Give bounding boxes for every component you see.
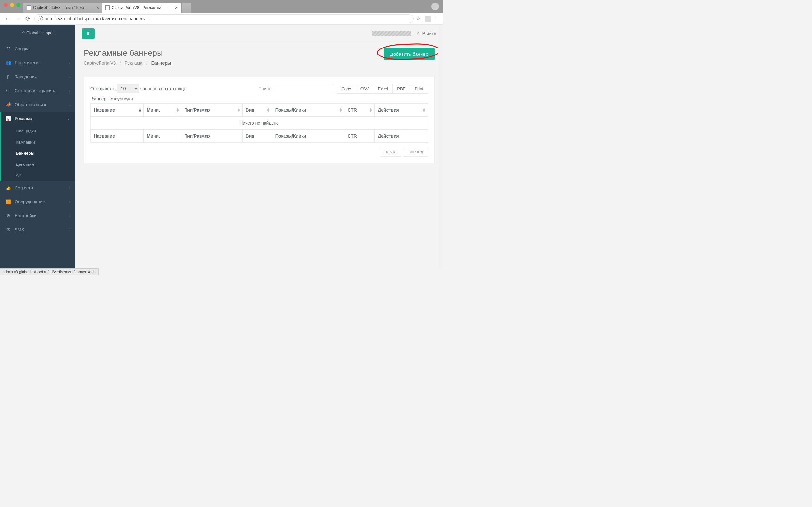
bookmark-icon[interactable]: ☆ xyxy=(416,15,420,21)
sidebar-item[interactable]: ⚙ Настройки ‹ xyxy=(0,209,75,223)
nav-icon: ⚙ xyxy=(6,213,11,218)
column-header[interactable]: CTR▴▾ xyxy=(344,104,374,117)
search-input[interactable] xyxy=(274,84,334,94)
close-icon[interactable]: × xyxy=(96,5,99,10)
logout-link[interactable]: ⎋ Выйти xyxy=(417,31,437,36)
empty-note: ,баннеры отсуствуют xyxy=(90,96,428,101)
sidebar-item[interactable]: 📣 Обратная связь ‹ xyxy=(0,98,75,112)
window-controls xyxy=(4,3,20,7)
length-pre: Отображать xyxy=(90,86,115,91)
back-button[interactable]: ← xyxy=(4,15,11,22)
column-header[interactable]: Мини.▴▾ xyxy=(143,104,181,117)
length-post: баннеров на странице xyxy=(140,86,186,91)
nav-icon: ▯ xyxy=(6,74,11,79)
browser-status-bar: admin.v8.global-hotspot.ru/ad/vertisemen… xyxy=(0,268,99,275)
sidebar-item[interactable]: 📶 Оборудование ‹ xyxy=(0,195,75,209)
browser-tab[interactable]: CaptivePortalV8 - Тема "Тема × xyxy=(23,3,102,13)
profile-avatar-icon[interactable] xyxy=(432,3,439,10)
sidebar-item-label: Посетители xyxy=(14,60,39,65)
breadcrumb: CaptivePortalV8 / Реклама / Баннеры xyxy=(84,60,171,66)
wifi-icon: ⌔ xyxy=(22,30,24,35)
nav-icon: ☷ xyxy=(6,46,11,51)
sidebar-item-label: Сводка xyxy=(14,46,30,51)
sidebar-item[interactable]: ▯ Заведения ‹ xyxy=(0,70,75,83)
sidebar: ⌔ Global Hotspot ☷ Сводка 👥 Посетители ‹… xyxy=(0,25,75,269)
sidebar-subitem[interactable]: Площадки xyxy=(1,125,75,136)
scrollbar-track[interactable] xyxy=(438,25,443,269)
column-header[interactable]: Название▴▾ xyxy=(91,104,144,117)
window-zoom-icon[interactable] xyxy=(16,3,20,7)
pager-next-button[interactable]: вперед xyxy=(404,147,428,157)
export-button[interactable]: CSV xyxy=(356,83,374,94)
window-minimize-icon[interactable] xyxy=(10,3,14,7)
sidebar-subitem[interactable]: Кампании xyxy=(1,136,75,148)
column-header[interactable]: Тип/Размер▴▾ xyxy=(182,104,242,117)
menu-toggle-button[interactable]: ≡ xyxy=(82,28,95,39)
column-header[interactable]: Вид▴▾ xyxy=(242,104,272,117)
window-close-icon[interactable] xyxy=(4,3,8,7)
brand: ⌔ Global Hotspot xyxy=(0,25,75,36)
close-icon[interactable]: × xyxy=(175,5,177,10)
length-select[interactable]: 10 xyxy=(117,84,139,94)
pagination: назад вперед xyxy=(90,147,428,157)
tab-title: CaptivePortalV8 - Рекламные xyxy=(112,5,163,10)
sidebar-subitem[interactable]: Действия xyxy=(1,159,75,170)
add-banner-button[interactable]: Добавить баннер xyxy=(384,48,435,60)
breadcrumb-item[interactable]: CaptivePortalV8 xyxy=(84,60,116,66)
export-button[interactable]: Excel xyxy=(373,83,393,94)
sort-icon: ▴▾ xyxy=(238,108,240,112)
sort-icon: ▴▾ xyxy=(340,108,342,112)
page-icon xyxy=(27,5,31,10)
chevron-down-icon: ⌄ xyxy=(67,116,70,121)
extension-icon[interactable] xyxy=(425,16,431,21)
nav-icon: 📊 xyxy=(6,116,11,121)
sidebar-item-label: SMS xyxy=(14,227,24,232)
sidebar-item[interactable]: 🖵 Стартовая страница ‹ xyxy=(0,83,75,98)
chevron-left-icon: ‹ xyxy=(68,186,70,190)
no-data-cell: Ничего не найдено xyxy=(91,117,428,130)
column-footer: Показы/Клики xyxy=(272,130,344,143)
column-header[interactable]: Показы/Клики▴▾ xyxy=(272,104,344,117)
chevron-left-icon: ‹ xyxy=(68,228,70,232)
browser-tab[interactable]: CaptivePortalV8 - Рекламные × xyxy=(102,3,181,13)
address-bar[interactable]: i admin.v8.global-hotspot.ru/ad/vertisem… xyxy=(34,14,414,23)
export-button[interactable]: Copy xyxy=(337,83,356,94)
column-footer: Мини. xyxy=(143,130,181,143)
logout-label: Выйти xyxy=(422,31,437,36)
sidebar-item[interactable]: 👥 Посетители ‹ xyxy=(0,56,75,70)
column-footer: Название xyxy=(91,130,144,143)
sort-icon: ▴▾ xyxy=(267,108,269,112)
export-button[interactable]: PDF xyxy=(393,83,410,94)
menu-icon[interactable]: ⋮ xyxy=(433,15,439,22)
column-header[interactable]: Действия▴▾ xyxy=(374,104,428,117)
sidebar-item-label: Соц.сети xyxy=(14,185,33,190)
reload-button[interactable]: ⟳ xyxy=(24,15,32,22)
sidebar-item[interactable]: ✉ SMS ‹ xyxy=(0,223,75,237)
sidebar-item-label: Заведения xyxy=(14,74,37,79)
export-button[interactable]: Print xyxy=(410,83,428,94)
sidebar-item[interactable]: 📊 Реклама ⌄ xyxy=(0,112,75,125)
sidebar-item-label: Оборудование xyxy=(14,199,45,205)
sort-icon: ▴▾ xyxy=(423,108,425,112)
search-label: Поиск: xyxy=(258,86,272,91)
nav-icon: 📣 xyxy=(6,102,11,107)
column-footer: Действия xyxy=(374,130,428,143)
breadcrumb-item[interactable]: Реклама xyxy=(125,60,142,66)
sidebar-item[interactable]: 👍 Соц.сети ‹ xyxy=(0,181,75,195)
sidebar-item-label: Стартовая страница xyxy=(14,88,57,93)
new-tab-button[interactable] xyxy=(182,3,191,13)
sidebar-subitem[interactable]: API xyxy=(1,170,75,181)
sidebar-item-label: Настройки xyxy=(14,213,37,218)
chevron-left-icon: ‹ xyxy=(68,102,70,107)
sidebar-item[interactable]: ☷ Сводка xyxy=(0,42,75,56)
sidebar-subitem[interactable]: Баннеры xyxy=(1,148,75,159)
site-info-icon[interactable]: i xyxy=(38,16,43,21)
page-title: Рекламные баннеры xyxy=(84,48,171,58)
nav-icon: ✉ xyxy=(6,227,11,232)
tab-title: CaptivePortalV8 - Тема "Тема xyxy=(33,5,84,10)
sign-out-icon: ⎋ xyxy=(417,31,420,36)
forward-button[interactable]: → xyxy=(14,15,21,22)
nav-icon: 👥 xyxy=(6,60,11,65)
page-header: Рекламные баннеры CaptivePortalV8 / Рекл… xyxy=(75,43,443,69)
pager-prev-button[interactable]: назад xyxy=(380,147,401,157)
